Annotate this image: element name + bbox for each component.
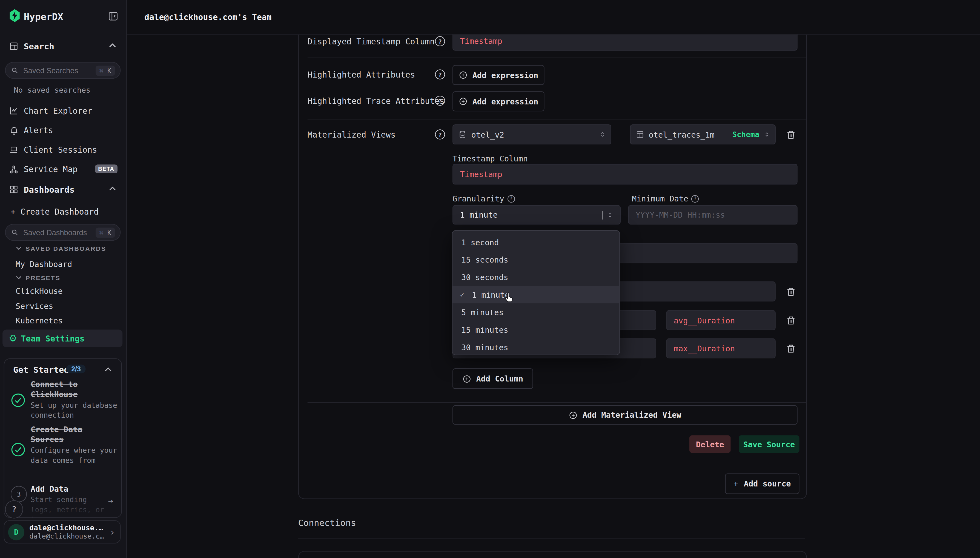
help-icon[interactable]: ? (507, 195, 515, 202)
group-presets[interactable]: PRESETS (26, 275, 61, 281)
gear-icon: ⚙ (9, 333, 17, 344)
select-chevrons-icon (599, 130, 605, 139)
chevron-down-icon[interactable] (16, 246, 22, 250)
minimum-date-label: Minimum Date? (632, 194, 699, 203)
sidebar-item-dashboards[interactable]: Dashboards (24, 184, 75, 195)
user-name: dale@clickhouse.… (29, 524, 110, 532)
help-icon[interactable]: ? (435, 130, 445, 140)
step-create-data-sources[interactable]: Create Data Sources Configure where your… (31, 425, 119, 465)
step-connect-clickhouse[interactable]: Connect to ClickHouse Set up your databa… (31, 379, 119, 420)
plus-circle-icon (569, 410, 578, 419)
schema-link[interactable]: Schema (732, 130, 759, 139)
materialized-view-select[interactable]: otel_v2 (453, 125, 611, 144)
table-icon (636, 130, 645, 139)
collapse-sidebar-icon[interactable] (107, 11, 119, 22)
add-source-button[interactable]: + Add source (725, 473, 800, 494)
sidebar-item-client-sessions[interactable]: Client Sessions (24, 145, 97, 154)
dropdown-option[interactable]: 15 seconds (453, 251, 619, 268)
chevron-down-icon[interactable] (16, 275, 22, 279)
highlighted-attributes-label: Highlighted Attributes (308, 70, 415, 79)
beta-badge: BETA (95, 164, 118, 173)
mouse-cursor (504, 291, 514, 305)
help-fab-button[interactable]: ? (5, 501, 23, 519)
chevron-up-icon[interactable] (104, 367, 112, 372)
search-icon (11, 66, 19, 75)
granularity-label: Granularity? (453, 194, 515, 203)
help-icon[interactable]: ? (691, 195, 699, 202)
displayed-timestamp-label: Displayed Timestamp Column (308, 37, 435, 46)
app-root: HyperDX Search Saved Searches ⌘ K No sav… (0, 0, 980, 558)
sidebar-item-service-map[interactable]: Service Map (24, 164, 77, 174)
column-alias-input[interactable]: avg__Duration (666, 310, 775, 330)
add-expression-button[interactable]: Add expression (453, 91, 544, 111)
sidebar-item-chart-explorer[interactable]: Chart Explorer (24, 106, 92, 116)
saved-searches-placeholder: Saved Searches (23, 66, 96, 75)
minimum-date-input[interactable]: YYYY-MM-DD HH:mm:ss (628, 205, 797, 225)
chevron-up-icon[interactable] (109, 186, 116, 191)
user-email: dale@clickhouse.c… (29, 532, 110, 540)
add-expression-button[interactable]: Add expression (453, 65, 544, 85)
granularity-dropdown: 1 second 15 seconds 30 seconds ✓ 1 minut… (452, 230, 620, 355)
step-number-circle: 3 (11, 486, 27, 502)
check-icon: ✓ (460, 290, 469, 299)
saved-dashboards-input[interactable]: Saved Dashboards ⌘ K (5, 224, 121, 241)
table-name: otel_traces_1m (649, 130, 728, 139)
view-name: otel_v2 (471, 130, 595, 139)
divider (308, 57, 807, 58)
dropdown-option-selected[interactable]: ✓ 1 minute (453, 286, 619, 304)
divider (298, 538, 805, 539)
column-alias-input[interactable]: max__Duration (666, 338, 775, 358)
dropdown-option[interactable]: 15 minutes (453, 321, 619, 338)
table-select[interactable]: otel_traces_1m Schema (630, 125, 775, 144)
plus-icon: + (733, 479, 738, 488)
help-icon[interactable]: ? (435, 36, 445, 46)
text-caret (602, 210, 603, 219)
alerts-bell-icon (9, 125, 19, 135)
chart-explorer-icon (9, 106, 19, 116)
connections-heading: Connections (298, 518, 356, 528)
delete-column-trash-icon[interactable] (785, 315, 796, 326)
sidebar-item-alerts[interactable]: Alerts (24, 126, 53, 135)
progress-badge: 2/3 (66, 364, 86, 373)
chevron-up-icon[interactable] (109, 43, 116, 48)
delete-source-button[interactable]: Delete (689, 435, 731, 453)
add-column-button[interactable]: Add Column (453, 368, 533, 389)
hyperdx-logo-icon (9, 8, 21, 25)
select-chevrons-icon (764, 130, 770, 139)
check-circle-icon (11, 393, 26, 408)
dropdown-option[interactable]: 30 seconds (453, 268, 619, 286)
sidebar-item-search[interactable]: Search (24, 41, 54, 51)
sidebar: HyperDX Search Saved Searches ⌘ K No sav… (0, 0, 127, 558)
timestamp-column-input[interactable]: Timestamp (453, 164, 798, 184)
sidebar-item-clickhouse[interactable]: ClickHouse (16, 286, 63, 296)
plus-circle-icon (458, 71, 467, 79)
dashboards-icon (9, 184, 19, 195)
sidebar-item-services[interactable]: Services (16, 302, 53, 311)
search-section-icon (9, 41, 19, 51)
dropdown-option[interactable]: 1 second (453, 233, 619, 251)
plus-circle-icon (462, 374, 471, 383)
sidebar-item-my-dashboard[interactable]: My Dashboard (16, 259, 72, 269)
help-icon[interactable]: ? (435, 96, 445, 106)
saved-dashboards-placeholder: Saved Dashboards (23, 228, 96, 237)
sidebar-item-team-settings[interactable]: ⚙ Team Settings (2, 330, 123, 347)
saved-searches-input[interactable]: Saved Searches ⌘ K (5, 62, 121, 79)
delete-column-trash-icon[interactable] (785, 286, 796, 297)
save-source-button[interactable]: Save Source (739, 435, 799, 453)
user-menu[interactable]: D dale@clickhouse.… dale@clickhouse.c… › (4, 520, 121, 543)
get-started-panel: Get Started 2/3 Connect to ClickHouse Se… (4, 358, 122, 518)
granularity-input[interactable]: 1 minute (453, 205, 621, 225)
check-circle-icon (11, 442, 26, 457)
sidebar-item-kubernetes[interactable]: Kubernetes (16, 316, 63, 325)
add-materialized-view-button[interactable]: Add Materialized View (453, 405, 798, 425)
displayed-timestamp-input[interactable]: Timestamp (453, 34, 798, 51)
topbar: dale@clickhouse.com's Team (126, 0, 980, 35)
delete-column-trash-icon[interactable] (785, 343, 796, 354)
search-icon (11, 228, 19, 236)
delete-view-trash-icon[interactable] (785, 130, 796, 140)
dropdown-option[interactable]: 30 minutes (453, 338, 619, 356)
group-saved-dashboards[interactable]: SAVED DASHBOARDS (26, 245, 106, 252)
help-icon[interactable]: ? (435, 69, 445, 79)
dropdown-option[interactable]: 5 minutes (453, 304, 619, 321)
create-dashboard-button[interactable]: + Create Dashboard (11, 207, 98, 216)
